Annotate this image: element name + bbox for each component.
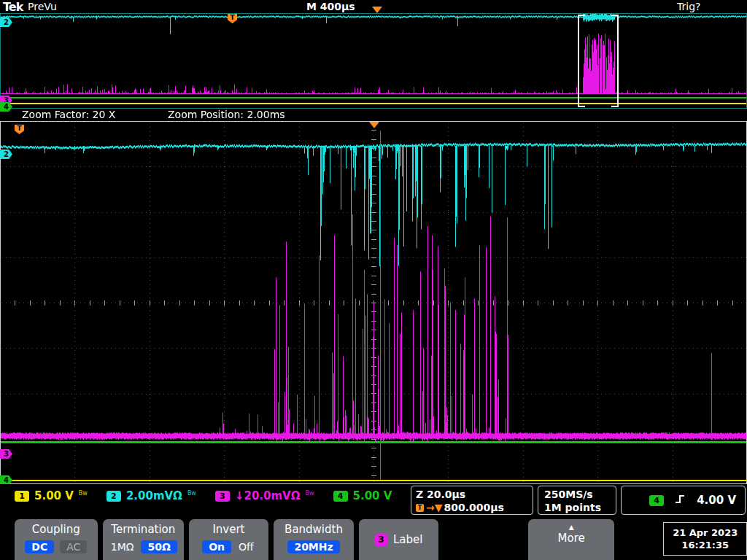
label-ch3-badge: 3 <box>375 534 387 546</box>
overview-window <box>0 13 747 109</box>
main-waveform-canvas <box>0 121 747 484</box>
softkey-menu-bar: Coupling DC AC Termination 1MΩ 50Ω Inver… <box>0 518 747 560</box>
termination-options: 1MΩ 50Ω <box>109 540 177 553</box>
ch2-bandwidth-icon: Bw <box>187 491 196 497</box>
ch2-badge: 2 <box>107 491 121 502</box>
rising-edge-icon <box>675 494 686 508</box>
more-button[interactable]: ▲ More <box>528 519 614 560</box>
readout-bar: 1 5.00 V Bw 2 2.00mVΩ Bw 3 ↓20.0mVΩ Bw 4… <box>0 484 747 518</box>
datetime-box: 21 Apr 2023 16:21:35 <box>663 522 747 556</box>
trigger-status: Trig? <box>677 1 700 12</box>
ch3-badge: 3 <box>215 491 230 502</box>
ch2-scale: 2.00mVΩ <box>126 489 182 502</box>
invert-options: On Off <box>202 540 255 553</box>
acquisition-status: PreVu <box>28 1 57 12</box>
zoom-factor-readout: Zoom Factor: 20 X <box>22 109 115 120</box>
date-readout: 21 Apr 2023 <box>673 526 738 539</box>
termination-button[interactable]: Termination 1MΩ 50Ω <box>103 519 185 560</box>
termination-title: Termination <box>111 523 175 536</box>
bandwidth-options: 20MHz <box>287 540 339 553</box>
main-timebase-readout: M 400µs <box>306 1 355 12</box>
ch1-badge: 1 <box>15 491 29 502</box>
coupling-button[interactable]: Coupling DC AC <box>15 519 98 560</box>
top-status-bar: Tek PreVu M 400µs Trig? <box>0 0 747 13</box>
bandwidth-button[interactable]: Bandwidth 20MHz <box>274 519 355 560</box>
invert-off-option[interactable]: Off <box>237 540 255 553</box>
ch4-scale: 5.00 V <box>353 489 392 502</box>
channel-readouts: 1 5.00 V Bw 2 2.00mVΩ Bw 3 ↓20.0mVΩ Bw 4… <box>15 489 392 502</box>
zoom-delay-readout: T →▼ 800.000µs <box>416 501 528 514</box>
ch4-readout: 4 5.00 V <box>333 489 392 502</box>
main-waveform-window <box>0 121 747 484</box>
record-length-readout: 1M points <box>544 501 610 514</box>
delay-arrow-icon: →▼ <box>426 502 443 513</box>
coupling-title: Coupling <box>32 523 80 536</box>
ch3-readout: 3 ↓20.0mVΩ Bw <box>215 489 314 502</box>
label-button[interactable]: 3 Label <box>359 519 438 560</box>
overview-waveform-canvas <box>0 13 747 109</box>
ch4-badge: 4 <box>333 491 348 502</box>
zoom-position-readout: Zoom Position: 2.00ms <box>168 109 285 120</box>
oscilloscope-screen: Tek PreVu M 400µs Trig? T 2 3 4 Zoom Fac… <box>0 0 747 560</box>
ch1-bandwidth-icon: Bw <box>79 491 88 497</box>
invert-button[interactable]: Invert On Off <box>189 519 268 560</box>
bandwidth-20mhz-option[interactable]: 20MHz <box>287 540 339 553</box>
invert-title: Invert <box>212 523 244 536</box>
tek-logo: Tek <box>3 0 23 14</box>
acquisition-box: 250MS/s 1M points <box>538 486 616 515</box>
delay-value: 800.000µs <box>444 502 504 513</box>
time-readout: 16:21:35 <box>681 539 729 551</box>
zoom-info-bar: Zoom Factor: 20 X Zoom Position: 2.00ms <box>0 109 747 121</box>
trigger-level-readout: 4.00 V <box>697 494 736 507</box>
coupling-dc-option[interactable]: DC <box>25 540 54 553</box>
termination-1m-option[interactable]: 1MΩ <box>109 540 136 553</box>
main-expansion-marker <box>369 122 379 128</box>
expansion-point-marker <box>372 7 382 13</box>
label-title: Label <box>393 533 422 546</box>
ch2-readout: 2 2.00mVΩ Bw <box>107 489 196 502</box>
coupling-options: DC AC <box>25 540 87 553</box>
ch3-bandwidth-icon: Bw <box>305 491 314 497</box>
ch1-scale: 5.00 V <box>34 489 74 502</box>
zoom-timebase-box: Z 20.0µs T →▼ 800.000µs <box>411 486 533 515</box>
chevron-up-icon: ▲ <box>569 523 574 532</box>
coupling-ac-option[interactable]: AC <box>60 540 87 553</box>
mini-trigger-flag-icon: T <box>416 504 424 512</box>
invert-on-option[interactable]: On <box>202 540 231 553</box>
more-title: More <box>558 532 585 545</box>
trigger-readout-box: 4 4.00 V <box>621 486 746 515</box>
bandwidth-title: Bandwidth <box>285 523 343 536</box>
ch1-readout: 1 5.00 V Bw <box>15 489 88 502</box>
ch3-scale: ↓20.0mVΩ <box>235 489 301 502</box>
termination-50-option[interactable]: 50Ω <box>141 540 177 553</box>
zoom-scale-readout: Z 20.0µs <box>416 488 528 501</box>
sample-rate-readout: 250MS/s <box>544 488 610 501</box>
trigger-source-badge: 4 <box>649 495 664 506</box>
